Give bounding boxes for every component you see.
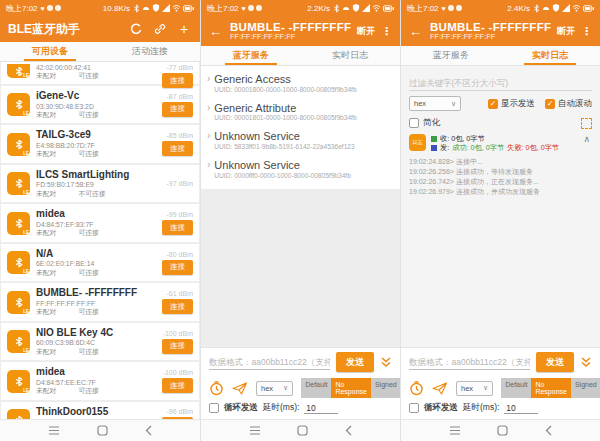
loop-send-checkbox[interactable]	[409, 403, 419, 413]
connect-button[interactable]: 连接	[162, 141, 193, 156]
fullscreen-icon[interactable]	[581, 118, 592, 129]
back-arrow-icon[interactable]: ←	[209, 24, 222, 39]
device-rssi: -100 dBm	[163, 369, 193, 376]
delay-label: 延时(ms):	[263, 402, 299, 414]
delay-input[interactable]: 10	[504, 403, 538, 414]
device-row[interactable]: LE ThinkDoor0155 03:25:04:00:01:55 未配对可连…	[1, 402, 199, 419]
tab-realtime-log[interactable]: 实时日志	[501, 46, 600, 65]
toggle-option[interactable]: 显示发送	[488, 98, 535, 110]
format-select[interactable]: hex∨	[456, 381, 493, 396]
device-row[interactable]: LE BUMBLE- -FFFFFFFF FF:FF:FF:FF:FF:FF 未…	[1, 283, 199, 320]
simplify-checkbox[interactable]	[409, 118, 419, 128]
device-row-partial[interactable]: LE 42:02:00:00:42:41 未配对可连接 -77 dBm 连接	[1, 62, 199, 84]
checkbox[interactable]	[545, 99, 555, 109]
device-row[interactable]: LE N/A 6E:02:E0:1F:BE:14 未配对可连接 -80 dBm …	[1, 244, 199, 281]
shield-icon	[152, 4, 160, 12]
disconnect-button[interactable]: 断开	[357, 25, 375, 38]
add-icon[interactable]: +	[176, 21, 192, 37]
segment-no-response[interactable]: No Response	[331, 378, 371, 398]
data-input[interactable]	[209, 355, 330, 370]
format-select[interactable]: hex∨	[256, 381, 293, 396]
connect-button[interactable]: 连接	[162, 299, 193, 314]
toggle-option[interactable]: 自动滚动	[545, 98, 592, 110]
tab-services[interactable]: 蓝牙服务	[201, 46, 301, 65]
wifi-icon	[172, 4, 181, 12]
app-title: BLE蓝牙助手	[8, 21, 80, 38]
send-button[interactable]: 发送	[336, 352, 374, 372]
tab-available-devices[interactable]: 可用设备	[0, 42, 100, 61]
loop-send-checkbox[interactable]	[209, 403, 219, 413]
back-button[interactable]	[345, 425, 352, 436]
device-row[interactable]: LE NIO BLE Key 4C 60:09:C3:9B:6D:4C 未配对可…	[1, 323, 199, 360]
connect-button[interactable]: 连接	[162, 73, 193, 88]
status-time: 晚上7:02	[407, 3, 439, 14]
home-button[interactable]	[497, 425, 508, 436]
paper-plane-icon[interactable]	[432, 382, 448, 395]
tab-services[interactable]: 蓝牙服务	[401, 46, 501, 65]
app-bar: BLE蓝牙助手 +	[0, 16, 200, 42]
log-timestamp: 19:02:24.828>	[409, 158, 454, 165]
disconnect-button[interactable]: 断开	[557, 25, 575, 38]
log-timestamp: 19:02:26.256>	[409, 168, 454, 175]
overflow-menu-icon[interactable]: ⋮	[381, 25, 392, 38]
device-rssi: -100 dBm	[163, 330, 193, 337]
back-arrow-icon[interactable]: ←	[409, 24, 422, 39]
timer-icon[interactable]	[409, 381, 424, 396]
bell-icon	[542, 4, 550, 12]
service-row[interactable]: › Generic Access UUID: 00001800-0000-100…	[201, 68, 400, 97]
service-uuid: UUID: 5833ff01-9b8b-5191-6142-22a4536ef1…	[214, 143, 354, 150]
connect-button[interactable]: 连接	[162, 260, 193, 275]
device-row[interactable]: LE midea D4:84:57:EF:83:7F 未配对可连接 -99 dB…	[1, 204, 199, 241]
chevron-right-icon: ›	[207, 73, 210, 85]
recents-button[interactable]	[48, 426, 60, 435]
device-row[interactable]: LE midea D4:84:57:EE:EC:7F 未配对可连接 -100 d…	[1, 362, 199, 399]
home-button[interactable]	[97, 425, 108, 436]
log-message: 连接成功，等待发现服务	[456, 168, 533, 175]
segment-default[interactable]: Default	[301, 378, 331, 398]
back-button[interactable]	[545, 425, 552, 436]
connect-button[interactable]: 连接	[162, 102, 193, 117]
log-format-select[interactable]: hex∨	[409, 96, 461, 111]
device-row[interactable]: LE iGene-Vc 03:30:9D:48:E3:2D 未配对可连接 -87…	[1, 86, 199, 123]
filter-input[interactable]	[409, 76, 592, 91]
collapse-stats-icon[interactable]: ∧	[581, 134, 592, 144]
device-mac: FF:FF:FF:FF:FF:FF	[36, 300, 156, 308]
send-button[interactable]: 发送	[536, 352, 574, 372]
checkbox[interactable]	[488, 99, 498, 109]
tab-active-connections[interactable]: 活动连接	[100, 42, 200, 61]
service-row[interactable]: › Generic Attribute UUID: 00001801-0000-…	[201, 97, 400, 126]
overflow-menu-icon[interactable]: ⋮	[581, 25, 592, 38]
service-row[interactable]: › Unknown Service UUID: 5833ff01-9b8b-51…	[201, 125, 400, 154]
data-input[interactable]	[409, 355, 530, 370]
notification-icons: ♥	[442, 5, 462, 12]
service-row[interactable]: › Unknown Service UUID: 0000fff0-0000-10…	[201, 154, 400, 183]
link-icon[interactable]	[152, 21, 168, 37]
connect-button[interactable]: 连接	[162, 339, 193, 354]
tx-fail: 失败: 0包, 0字节	[507, 143, 559, 152]
recents-button[interactable]	[249, 426, 261, 435]
timer-icon[interactable]	[209, 381, 224, 396]
connect-button[interactable]: 连接	[162, 220, 193, 235]
bluetooth-device-icon: LE	[7, 409, 30, 419]
recents-button[interactable]	[449, 426, 461, 435]
scan-refresh-icon[interactable]	[128, 21, 144, 37]
tab-realtime-log[interactable]: 实时日志	[301, 46, 401, 65]
segment-signed[interactable]: Signed	[371, 378, 400, 398]
device-rssi: -99 dBm	[167, 211, 193, 218]
segment-no-response[interactable]: No Response	[531, 378, 571, 398]
double-chevron-down-icon[interactable]	[380, 356, 392, 368]
paper-plane-icon[interactable]	[232, 382, 248, 395]
segment-default[interactable]: Default	[501, 378, 531, 398]
delay-input[interactable]: 10	[304, 403, 338, 414]
device-row[interactable]: LE ILCS SmartLighting FD:59:B0:17:58:E9 …	[1, 165, 199, 202]
segment-signed[interactable]: Signed	[571, 378, 600, 398]
connect-button[interactable]: 连接	[162, 378, 193, 393]
back-button[interactable]	[145, 425, 152, 436]
home-button[interactable]	[297, 425, 308, 436]
double-chevron-down-icon[interactable]	[580, 356, 592, 368]
device-rssi: -61 dBm	[167, 290, 193, 297]
status-icons	[333, 4, 394, 13]
device-row[interactable]: LE TAILG-3ce9 E4:98:BB:20:7D:7F 未配对可连接 -…	[1, 125, 199, 162]
device-mac: 60:09:C3:9B:6D:4C	[36, 339, 156, 347]
toggle-label: 显示发送	[501, 98, 535, 110]
